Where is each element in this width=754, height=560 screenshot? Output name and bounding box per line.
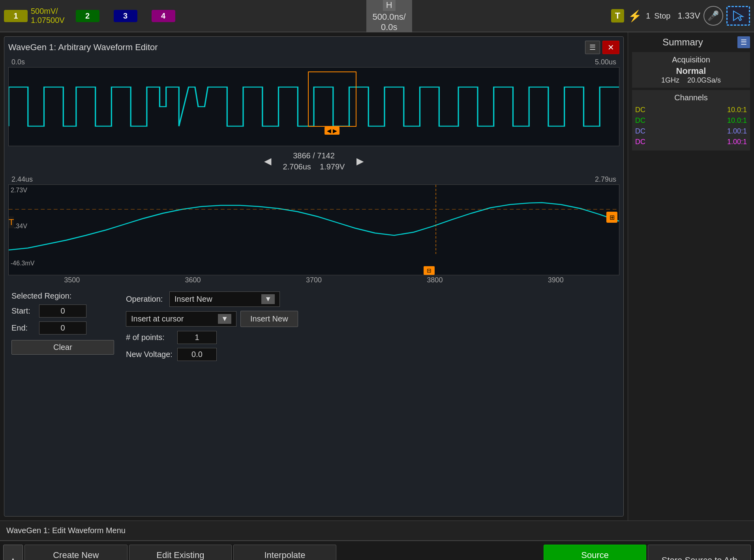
points-label: # of points:	[126, 333, 173, 342]
t-marker: T	[9, 216, 14, 228]
trigger-icon: ⚡	[628, 9, 642, 23]
nav-right-arrow[interactable]: ▶	[356, 156, 364, 167]
ch3-button[interactable]: 3	[114, 10, 137, 22]
mic-icon[interactable]: 🎤	[703, 6, 723, 26]
top-toolbar: 1 500mV/ 1.07500V 2 3 4 H 500.0ns/ 0.0s …	[0, 0, 754, 32]
acquisition-section: Acquisition Normal 1GHz 20.0GSa/s	[632, 52, 750, 88]
interpolate-button[interactable]: Interpolate	[233, 545, 336, 560]
insert-row: Insert at cursor ▼ Insert New	[126, 311, 616, 327]
horiz-offset: 0.0s	[381, 22, 398, 32]
points-input[interactable]	[177, 331, 217, 344]
stop-section[interactable]: Stop	[654, 11, 670, 21]
insert-new-button[interactable]: Insert New	[240, 311, 298, 327]
acq-freq: 1GHz	[661, 76, 679, 85]
end-label: End:	[11, 323, 35, 333]
interpolate-label: Interpolate	[264, 550, 305, 560]
svg-rect-2	[9, 185, 619, 254]
voltage-label: New Voltage:	[126, 350, 173, 359]
selection-handle[interactable]: ◀ ▶	[324, 127, 339, 135]
nav-info: 3866 / 7142 2.706us 1.979V	[283, 150, 345, 172]
trigger-section: T ⚡ 1 Stop	[611, 9, 671, 23]
trigger-btn[interactable]: T	[611, 9, 624, 23]
insert-dropdown[interactable]: Insert at cursor ▼	[126, 311, 236, 327]
controls-section: Selected Region: Start: End: Clear Opera…	[8, 285, 619, 367]
ch1-button[interactable]: 1	[4, 10, 28, 22]
bottom-marker[interactable]: ⊟	[424, 266, 435, 275]
acq-title: Acquisition	[635, 55, 747, 64]
trigger-label: T	[615, 11, 620, 21]
channels-section: Channels DC 10.0:1 DC 10.0:1 DC 1.00:1 D…	[632, 90, 750, 150]
overview-end: 5.00us	[595, 58, 616, 66]
stop-label: Stop	[654, 11, 670, 21]
list-icon[interactable]: ☰	[737, 36, 750, 48]
ch1-ratio: 10.0:1	[727, 106, 747, 114]
points-row: # of points:	[126, 331, 616, 344]
op-label: Operation:	[126, 295, 165, 304]
region-title: Selected Region:	[11, 291, 114, 301]
start-input[interactable]	[39, 304, 86, 318]
overview-container: ◀ ▶	[8, 67, 619, 146]
ch2-label: 2	[85, 11, 90, 21]
svg-marker-0	[733, 11, 743, 21]
x-labels: 3500 3600 3700 3800 3900	[8, 275, 619, 285]
x-label-2: 3700	[306, 276, 322, 284]
nav-left-arrow[interactable]: ◀	[264, 156, 271, 167]
detail-svg	[9, 185, 619, 254]
ch4-ratio: 1.00:1	[727, 138, 747, 146]
editor-close-button[interactable]: ✕	[602, 41, 619, 54]
y-label-top: 2.73V	[11, 187, 27, 194]
operation-dropdown[interactable]: Insert New ▼	[169, 291, 280, 307]
ch1-voltage: 500mV/	[31, 7, 65, 16]
trigger-value: 1	[646, 11, 650, 21]
detail-start: 2.44us	[11, 175, 33, 184]
x-label-4: 3900	[548, 276, 564, 284]
x-label-1: 3600	[185, 276, 201, 284]
ch4-label: 4	[161, 11, 165, 21]
channel-row-4: DC 1.00:1	[635, 137, 747, 147]
edit-existing-button[interactable]: Edit Existing ▼	[129, 545, 232, 560]
ch4-dc: DC	[635, 138, 645, 146]
cursor-icon[interactable]	[726, 6, 750, 26]
bottom-toolbar: ▲ Create New ▼ Edit Existing ▼ Interpola…	[0, 540, 754, 560]
y-label-bot: -46.3mV	[11, 260, 34, 267]
source-button[interactable]: Source 1	[544, 545, 647, 560]
create-new-button[interactable]: Create New ▼	[24, 545, 128, 560]
editor-menu-button[interactable]: ☰	[585, 41, 600, 54]
ch1-dc: DC	[635, 106, 645, 114]
ch1-offset: 1.07500V	[31, 16, 65, 25]
nav-position: 3866 / 7142	[283, 150, 345, 161]
up-arrow-icon: ▲	[8, 555, 18, 560]
selection-box[interactable]: ◀ ▶	[308, 71, 357, 127]
channel-row-1: DC 10.0:1	[635, 105, 747, 115]
waveform-editor: WaveGen 1: Arbitrary Waveform Editor ☰ ✕…	[4, 36, 624, 517]
dropdown-arrow: ▼	[261, 294, 275, 304]
acq-sample-rate: 20.0GSa/s	[687, 76, 721, 85]
voltage-row: New Voltage:	[126, 348, 616, 361]
nav-row: ◀ 3866 / 7142 2.706us 1.979V ▶	[8, 148, 619, 175]
ch4-button[interactable]: 4	[152, 10, 175, 22]
voltage-input[interactable]	[177, 348, 217, 361]
edit-existing-label: Edit Existing	[156, 550, 204, 560]
ch3-dc: DC	[635, 127, 645, 135]
store-source-button[interactable]: Store Source to Arb	[648, 545, 751, 560]
insert-arrow: ▼	[218, 314, 231, 324]
ch1-label: 1	[13, 11, 18, 21]
clear-button[interactable]: Clear	[11, 340, 114, 355]
status-bar: WaveGen 1: Edit Waveform Menu	[0, 521, 754, 540]
ch2-ratio: 10.0:1	[727, 117, 747, 125]
right-marker[interactable]: ⊞	[606, 212, 617, 223]
horiz-section[interactable]: H 500.0ns/ 0.0s	[366, 0, 412, 35]
overview-labels: 0.0s 5.00us	[8, 57, 619, 67]
op-row: Operation: Insert New ▼	[126, 291, 616, 307]
acq-mode: Normal	[635, 66, 747, 76]
editor-title-bar: WaveGen 1: Arbitrary Waveform Editor ☰ ✕	[8, 41, 619, 54]
up-arrow-button[interactable]: ▲	[3, 545, 23, 560]
ch1-info: 500mV/ 1.07500V	[31, 7, 65, 25]
end-input[interactable]	[39, 321, 86, 334]
ch2-button[interactable]: 2	[76, 10, 99, 22]
ch2-dc: DC	[635, 117, 645, 125]
status-text: WaveGen 1: Edit Waveform Menu	[6, 526, 126, 535]
waveform-panel: WaveGen 1: Arbitrary Waveform Editor ☰ ✕…	[0, 32, 628, 521]
horiz-label: H	[383, 0, 396, 11]
operation-section: Operation: Insert New ▼ Insert at cursor…	[126, 291, 616, 361]
